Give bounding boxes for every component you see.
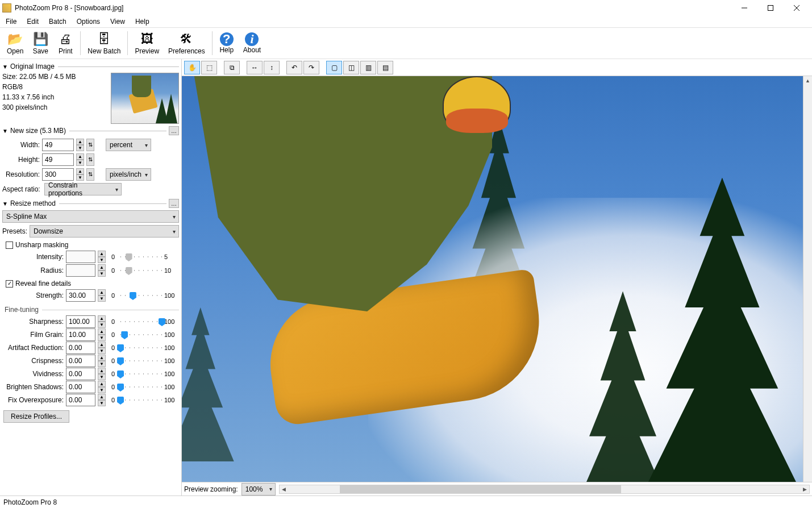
scroll-up-icon[interactable]: ▲ — [803, 76, 812, 85]
ft-input-3[interactable] — [66, 355, 95, 367]
resize-method-select[interactable]: S-Spline Max — [2, 210, 179, 223]
ft-slider-4[interactable] — [120, 368, 162, 380]
menu-edit[interactable]: Edit — [22, 16, 43, 27]
ft-input-4[interactable] — [66, 368, 95, 380]
width-link-button[interactable]: ⇅ — [86, 139, 94, 151]
width-input[interactable] — [42, 139, 74, 151]
ft-slider-6[interactable] — [120, 394, 162, 406]
preview-zoom-label: Preview zooming: — [184, 485, 238, 493]
original-size: Size: 22.05 MB / 4.5 MB — [2, 73, 109, 81]
status-text: PhotoZoom Pro 8 — [3, 498, 57, 506]
close-button[interactable] — [784, 0, 810, 16]
menu-file[interactable]: File — [1, 16, 21, 27]
new-batch-button[interactable]: 🗄New Batch — [83, 29, 125, 57]
res-up[interactable]: ▲ — [76, 168, 84, 174]
ft-input-6[interactable] — [66, 394, 95, 406]
ft-input-2[interactable] — [66, 342, 95, 354]
scroll-right-icon[interactable]: ▶ — [800, 485, 809, 493]
redo-button[interactable]: ↷ — [303, 61, 319, 74]
resolution-unit-select[interactable]: pixels/inch — [106, 168, 151, 181]
preview-zoom-select[interactable]: 100% — [241, 483, 276, 495]
original-image-header[interactable]: ▼Original Image — [2, 63, 179, 70]
app-icon — [2, 3, 11, 13]
preview-icon: 🖼 — [139, 31, 155, 47]
scroll-left-icon[interactable]: ◀ — [280, 485, 289, 493]
reveal-fine-details-checkbox[interactable]: ✓Reveal fine details — [6, 280, 179, 288]
intensity-input[interactable] — [66, 251, 95, 263]
preview-button[interactable]: 🖼Preview — [130, 29, 164, 57]
marquee-icon: ⬚ — [206, 64, 213, 72]
res-link-button[interactable]: ⇅ — [86, 168, 94, 181]
res-down[interactable]: ▼ — [76, 174, 84, 181]
ft-input-0[interactable] — [66, 315, 95, 328]
menu-view[interactable]: View — [106, 16, 130, 27]
redo-icon: ↷ — [309, 64, 314, 72]
menu-help[interactable]: Help — [131, 16, 154, 27]
new-size-options-button[interactable]: … — [169, 126, 179, 135]
save-icon: 💾 — [32, 31, 48, 47]
print-icon: 🖨 — [57, 31, 73, 47]
hand-tool-button[interactable]: ✋ — [184, 61, 200, 74]
resize-method-options-button[interactable]: … — [169, 199, 179, 208]
toolbar-separator — [80, 31, 81, 55]
flip-vertical-button[interactable]: ↕ — [264, 61, 280, 74]
preferences-button[interactable]: 🛠Preferences — [164, 29, 210, 57]
toolbar-separator — [127, 31, 128, 55]
ft-slider-2[interactable] — [120, 342, 162, 353]
resolution-input[interactable] — [42, 168, 74, 181]
horizontal-scrollbar[interactable]: ◀▶ — [279, 485, 810, 494]
strength-label: Strength: — [2, 292, 64, 299]
flip-horizontal-button[interactable]: ↔ — [247, 61, 263, 74]
ft-slider-1[interactable] — [120, 329, 162, 340]
menu-batch[interactable]: Batch — [44, 16, 71, 27]
print-button[interactable]: 🖨Print — [53, 29, 78, 57]
ft-slider-5[interactable] — [120, 381, 162, 393]
split-h-icon: ▥ — [365, 64, 372, 72]
new-size-header[interactable]: ▼New size (5.3 MB)… — [2, 126, 179, 135]
ft-input-5[interactable] — [66, 381, 95, 393]
height-up[interactable]: ▲ — [76, 153, 84, 160]
undo-button[interactable]: ↶ — [286, 61, 302, 74]
strength-input[interactable] — [66, 289, 95, 302]
ft-slider-3[interactable] — [120, 355, 162, 367]
preview-footer: Preview zooming: 100% ◀▶ — [182, 482, 812, 495]
vertical-scrollbar[interactable]: ▲ — [803, 76, 812, 482]
resize-profiles-button[interactable]: Resize Profiles... — [3, 410, 69, 423]
minimize-button[interactable] — [731, 0, 757, 16]
open-icon: 📂 — [7, 31, 23, 47]
height-link-button[interactable]: ⇅ — [86, 153, 94, 166]
height-input[interactable] — [42, 153, 74, 166]
view-split-h-button[interactable]: ▥ — [360, 61, 376, 74]
width-up[interactable]: ▲ — [76, 139, 84, 145]
open-button[interactable]: 📂Open — [2, 29, 28, 57]
marquee-tool-button[interactable]: ⬚ — [201, 61, 217, 74]
view-split-center-button[interactable]: ◫ — [343, 61, 359, 74]
height-down[interactable]: ▼ — [76, 160, 84, 166]
ft-slider-0[interactable] — [120, 316, 162, 327]
ft-label: Brighten Shadows: — [2, 383, 64, 391]
presets-select[interactable]: Downsize — [30, 225, 179, 238]
radius-slider[interactable] — [120, 265, 162, 276]
crop-tool-button[interactable]: ⧉ — [224, 61, 240, 74]
size-unit-select[interactable]: percent — [106, 139, 151, 151]
save-button[interactable]: 💾Save — [28, 29, 53, 57]
menu-options[interactable]: Options — [72, 16, 105, 27]
view-split-v-button[interactable]: ▤ — [377, 61, 393, 74]
strength-slider[interactable] — [120, 290, 162, 301]
preview-image[interactable]: ▲ — [182, 76, 812, 482]
resize-method-header[interactable]: ▼Resize method… — [2, 199, 179, 208]
ft-input-1[interactable] — [66, 328, 95, 341]
about-button[interactable]: iAbout — [239, 29, 265, 57]
svg-rect-1 — [768, 6, 773, 11]
intensity-slider[interactable] — [120, 251, 162, 263]
flip-v-icon: ↕ — [270, 64, 273, 72]
unsharp-masking-checkbox[interactable]: Unsharp masking — [6, 241, 179, 249]
width-down[interactable]: ▼ — [76, 145, 84, 151]
radius-input[interactable] — [66, 264, 95, 277]
ft-label: Vividness: — [2, 370, 64, 378]
maximize-button[interactable] — [757, 0, 784, 16]
help-button[interactable]: ?Help — [215, 29, 239, 57]
thumbnail-navigator[interactable] — [111, 73, 179, 124]
view-single-button[interactable]: ▢ — [326, 61, 342, 74]
aspect-ratio-select[interactable]: Constrain proportions — [44, 183, 122, 195]
